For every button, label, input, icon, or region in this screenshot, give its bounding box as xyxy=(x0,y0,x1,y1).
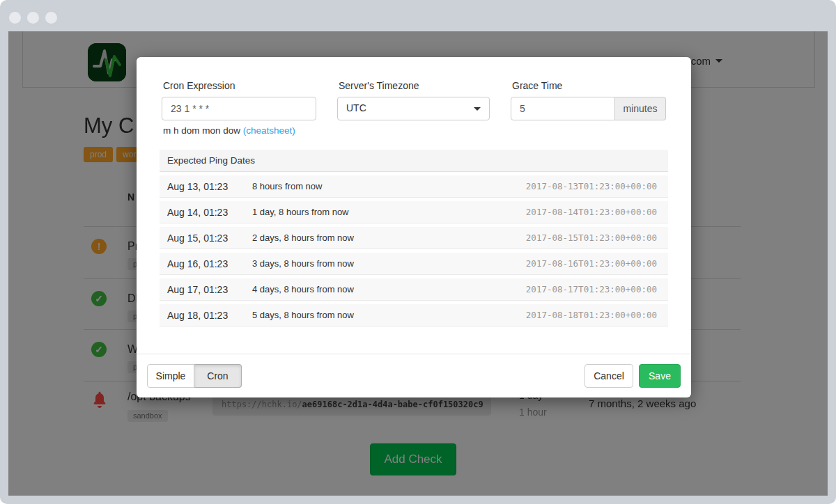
timezone-label: Server's Timezone xyxy=(339,80,490,91)
window-maximize-button[interactable] xyxy=(45,12,57,24)
page-viewport: ail.com My C prod work N ! Pr pr ✓ DE pr xyxy=(8,31,828,496)
ping-iso-timestamp: 2017-08-13T01:23:00+00:00 xyxy=(526,181,668,191)
status-up-icon: ✓ xyxy=(91,342,107,357)
ping-date-row: Aug 18, 01:23 5 days, 8 hours from now 2… xyxy=(160,304,668,326)
cron-help-text: m h dom mon dow (cheatsheet) xyxy=(163,125,295,136)
ping-table-header: Expected Ping Dates xyxy=(160,150,668,172)
cron-mode-button[interactable]: Cron xyxy=(194,364,242,388)
ping-relative-time: 4 days, 8 hours from now xyxy=(252,284,526,294)
ping-relative-time: 2 days, 8 hours from now xyxy=(252,233,526,243)
save-button[interactable]: Save xyxy=(639,364,681,388)
grace-time-unit-addon: minutes xyxy=(615,97,666,120)
status-grace-icon: ! xyxy=(91,239,107,254)
checks-table-name-header: N xyxy=(127,191,134,203)
cron-expression-input[interactable] xyxy=(162,97,316,120)
ping-relative-time: 8 hours from now xyxy=(252,181,526,191)
simple-mode-button[interactable]: Simple xyxy=(147,364,194,388)
ping-date: Aug 14, 01:23 xyxy=(160,207,252,218)
last-ping-time: 7 months, 2 weeks ago xyxy=(589,397,696,409)
cron-help-fields: m h dom mon dow xyxy=(163,125,240,136)
ping-date-row: Aug 17, 01:23 4 days, 8 hours from now 2… xyxy=(160,278,668,301)
modal-footer: Simple Cron Cancel Save xyxy=(137,354,691,397)
schedule-mode-toggle: Simple Cron xyxy=(147,364,242,388)
timezone-select[interactable]: UTC xyxy=(337,97,490,120)
window-minimize-button[interactable] xyxy=(27,12,39,24)
window-close-button[interactable] xyxy=(9,12,21,24)
timezone-selected-value: UTC xyxy=(346,102,366,113)
check-grace: 1 hour xyxy=(519,407,547,418)
page-title: My C xyxy=(84,113,134,139)
ping-iso-timestamp: 2017-08-14T01:23:00+00:00 xyxy=(526,207,668,217)
ping-relative-time: 3 days, 8 hours from now xyxy=(252,258,526,269)
ping-iso-timestamp: 2017-08-15T01:23:00+00:00 xyxy=(526,233,668,243)
ping-date-row: Aug 14, 01:23 1 day, 8 hours from now 20… xyxy=(160,201,668,223)
ping-date: Aug 13, 01:23 xyxy=(160,181,252,192)
healthchecks-logo-icon[interactable] xyxy=(88,43,126,81)
cron-expression-label: Cron Expression xyxy=(163,80,316,91)
ping-date-row: Aug 16, 01:23 3 days, 8 hours from now 2… xyxy=(160,253,668,275)
ping-date: Aug 16, 01:23 xyxy=(160,258,252,269)
ping-url-prefix: https://hchk.io/ xyxy=(222,400,302,409)
ping-date: Aug 17, 01:23 xyxy=(160,284,252,295)
modal-fields-row: Cron Expression Server's Timezone UTC Gr… xyxy=(162,80,666,120)
cancel-button[interactable]: Cancel xyxy=(585,364,633,388)
expected-ping-dates-table: Expected Ping Dates Aug 13, 01:23 8 hour… xyxy=(160,150,668,326)
ping-date-row: Aug 15, 01:23 2 days, 8 hours from now 2… xyxy=(160,227,668,249)
window-titlebar xyxy=(0,0,836,31)
cron-schedule-modal: Cron Expression Server's Timezone UTC Gr… xyxy=(137,57,691,397)
ping-iso-timestamp: 2017-08-16T01:23:00+00:00 xyxy=(526,258,668,269)
ping-date: Aug 18, 01:23 xyxy=(160,310,252,321)
grace-time-label: Grace Time xyxy=(512,80,666,91)
status-up-icon: ✓ xyxy=(91,291,107,306)
ping-relative-time: 5 days, 8 hours from now xyxy=(252,310,526,320)
alert-bell-icon xyxy=(91,391,108,408)
check-tag-badge: sandbox xyxy=(127,410,168,422)
ping-iso-timestamp: 2017-08-17T01:23:00+00:00 xyxy=(526,284,668,294)
chevron-down-icon xyxy=(715,59,722,63)
browser-window: ail.com My C prod work N ! Pr pr ✓ DE pr xyxy=(0,0,836,504)
ping-date: Aug 15, 01:23 xyxy=(160,233,252,244)
ping-url-uuid: ae69168c-2d1a-4d4a-babe-cf0f150320c9 xyxy=(302,400,483,409)
ping-iso-timestamp: 2017-08-18T01:23:00+00:00 xyxy=(526,310,668,320)
cheatsheet-link[interactable]: (cheatsheet) xyxy=(243,125,295,136)
ping-date-row: Aug 13, 01:23 8 hours from now 2017-08-1… xyxy=(160,175,668,198)
add-check-button[interactable]: Add Check xyxy=(370,443,456,475)
grace-time-input[interactable] xyxy=(511,97,615,120)
chevron-down-icon xyxy=(474,107,481,111)
ping-relative-time: 1 day, 8 hours from now xyxy=(252,207,526,217)
tag-filter-prod[interactable]: prod xyxy=(84,147,113,162)
